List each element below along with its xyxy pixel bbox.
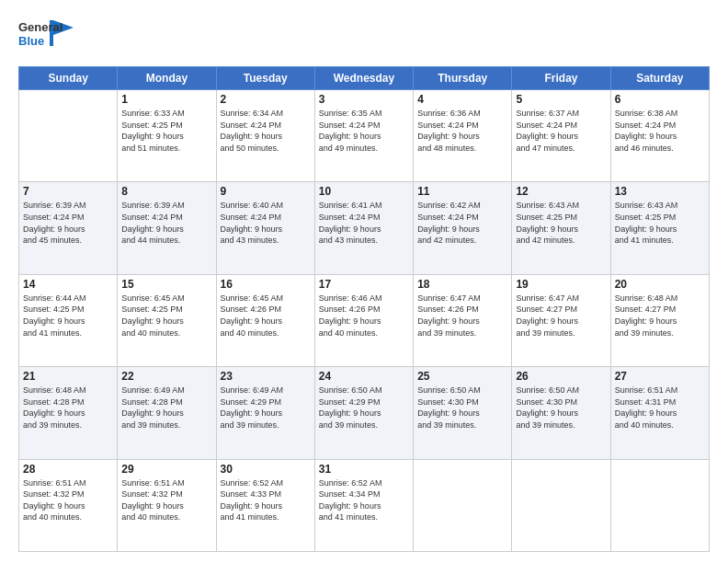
calendar-cell (19, 90, 118, 182)
weekday-header-row: SundayMondayTuesdayWednesdayThursdayFrid… (19, 67, 710, 90)
day-info: Sunrise: 6:51 AM Sunset: 4:32 PM Dayligh… (23, 477, 113, 523)
day-number: 17 (319, 278, 409, 291)
week-row-3: 14Sunrise: 6:44 AM Sunset: 4:25 PM Dayli… (19, 274, 710, 366)
day-number: 5 (516, 93, 606, 106)
day-number: 9 (221, 185, 311, 198)
calendar-cell (414, 459, 512, 551)
calendar-cell: 26Sunrise: 6:50 AM Sunset: 4:30 PM Dayli… (512, 367, 610, 459)
calendar-cell: 18Sunrise: 6:47 AM Sunset: 4:26 PM Dayli… (414, 274, 512, 366)
weekday-header-thursday: Thursday (414, 67, 512, 90)
day-info: Sunrise: 6:45 AM Sunset: 4:25 PM Dayligh… (121, 293, 211, 339)
calendar-cell: 10Sunrise: 6:41 AM Sunset: 4:24 PM Dayli… (314, 182, 413, 274)
day-info: Sunrise: 6:37 AM Sunset: 4:24 PM Dayligh… (516, 108, 606, 154)
calendar-table: SundayMondayTuesdayWednesdayThursdayFrid… (18, 66, 710, 552)
day-info: Sunrise: 6:39 AM Sunset: 4:24 PM Dayligh… (23, 200, 113, 246)
calendar-cell (610, 459, 709, 551)
calendar-cell: 27Sunrise: 6:51 AM Sunset: 4:31 PM Dayli… (610, 367, 709, 459)
day-number: 6 (615, 93, 705, 106)
day-info: Sunrise: 6:43 AM Sunset: 4:25 PM Dayligh… (615, 200, 705, 246)
weekday-header-friday: Friday (512, 67, 610, 90)
calendar-cell: 28Sunrise: 6:51 AM Sunset: 4:32 PM Dayli… (19, 459, 118, 551)
day-number: 15 (121, 278, 211, 291)
calendar-cell: 11Sunrise: 6:42 AM Sunset: 4:24 PM Dayli… (414, 182, 512, 274)
day-info: Sunrise: 6:41 AM Sunset: 4:24 PM Dayligh… (319, 200, 409, 246)
day-number: 31 (319, 463, 409, 476)
calendar-cell: 17Sunrise: 6:46 AM Sunset: 4:26 PM Dayli… (314, 274, 413, 366)
day-info: Sunrise: 6:48 AM Sunset: 4:28 PM Dayligh… (23, 385, 113, 431)
day-info: Sunrise: 6:43 AM Sunset: 4:25 PM Dayligh… (516, 200, 606, 246)
calendar-cell: 2Sunrise: 6:34 AM Sunset: 4:24 PM Daylig… (216, 90, 314, 182)
day-number: 8 (121, 185, 211, 198)
calendar-cell: 20Sunrise: 6:48 AM Sunset: 4:27 PM Dayli… (610, 274, 709, 366)
day-number: 23 (221, 370, 311, 383)
svg-text:Blue: Blue (18, 34, 44, 48)
day-info: Sunrise: 6:52 AM Sunset: 4:34 PM Dayligh… (319, 477, 409, 523)
week-row-2: 7Sunrise: 6:39 AM Sunset: 4:24 PM Daylig… (19, 182, 710, 274)
calendar-cell: 31Sunrise: 6:52 AM Sunset: 4:34 PM Dayli… (314, 459, 413, 551)
weekday-header-wednesday: Wednesday (314, 67, 413, 90)
weekday-header-monday: Monday (118, 67, 216, 90)
day-number: 22 (121, 370, 211, 383)
logo: General Blue (18, 15, 119, 57)
day-info: Sunrise: 6:40 AM Sunset: 4:24 PM Dayligh… (221, 200, 311, 246)
day-number: 3 (319, 93, 409, 106)
day-info: Sunrise: 6:51 AM Sunset: 4:32 PM Dayligh… (121, 477, 211, 523)
calendar-cell: 25Sunrise: 6:50 AM Sunset: 4:30 PM Dayli… (414, 367, 512, 459)
calendar-page: General Blue SundayMondayTuesdayWednesda… (0, 0, 728, 563)
calendar-cell: 5Sunrise: 6:37 AM Sunset: 4:24 PM Daylig… (512, 90, 610, 182)
day-number: 19 (516, 278, 606, 291)
day-info: Sunrise: 6:49 AM Sunset: 4:28 PM Dayligh… (121, 385, 211, 431)
calendar-cell: 23Sunrise: 6:49 AM Sunset: 4:29 PM Dayli… (216, 367, 314, 459)
weekday-header-saturday: Saturday (610, 67, 709, 90)
weekday-header-tuesday: Tuesday (216, 67, 314, 90)
calendar-cell: 15Sunrise: 6:45 AM Sunset: 4:25 PM Dayli… (118, 274, 216, 366)
day-number: 10 (319, 185, 409, 198)
day-info: Sunrise: 6:50 AM Sunset: 4:30 PM Dayligh… (516, 385, 606, 431)
day-info: Sunrise: 6:47 AM Sunset: 4:27 PM Dayligh… (516, 293, 606, 339)
calendar-cell: 12Sunrise: 6:43 AM Sunset: 4:25 PM Dayli… (512, 182, 610, 274)
calendar-cell (512, 459, 610, 551)
day-info: Sunrise: 6:35 AM Sunset: 4:24 PM Dayligh… (319, 108, 409, 154)
day-info: Sunrise: 6:48 AM Sunset: 4:27 PM Dayligh… (615, 293, 705, 339)
day-info: Sunrise: 6:49 AM Sunset: 4:29 PM Dayligh… (221, 385, 311, 431)
day-number: 20 (615, 278, 705, 291)
calendar-cell: 4Sunrise: 6:36 AM Sunset: 4:24 PM Daylig… (414, 90, 512, 182)
day-info: Sunrise: 6:52 AM Sunset: 4:33 PM Dayligh… (221, 477, 311, 523)
day-number: 27 (615, 370, 705, 383)
day-info: Sunrise: 6:51 AM Sunset: 4:31 PM Dayligh… (615, 385, 705, 431)
calendar-cell: 16Sunrise: 6:45 AM Sunset: 4:26 PM Dayli… (216, 274, 314, 366)
day-info: Sunrise: 6:50 AM Sunset: 4:29 PM Dayligh… (319, 385, 409, 431)
calendar-cell: 24Sunrise: 6:50 AM Sunset: 4:29 PM Dayli… (314, 367, 413, 459)
day-number: 12 (516, 185, 606, 198)
day-info: Sunrise: 6:47 AM Sunset: 4:26 PM Dayligh… (417, 293, 507, 339)
calendar-cell: 6Sunrise: 6:38 AM Sunset: 4:24 PM Daylig… (610, 90, 709, 182)
day-number: 7 (23, 185, 113, 198)
header: General Blue (18, 15, 710, 57)
logo-svg: General Blue (18, 15, 119, 53)
calendar-cell: 19Sunrise: 6:47 AM Sunset: 4:27 PM Dayli… (512, 274, 610, 366)
day-info: Sunrise: 6:36 AM Sunset: 4:24 PM Dayligh… (417, 108, 507, 154)
weekday-header-sunday: Sunday (19, 67, 118, 90)
day-number: 26 (516, 370, 606, 383)
day-info: Sunrise: 6:34 AM Sunset: 4:24 PM Dayligh… (221, 108, 311, 154)
calendar-cell: 9Sunrise: 6:40 AM Sunset: 4:24 PM Daylig… (216, 182, 314, 274)
logo-text: General Blue (18, 15, 119, 57)
day-info: Sunrise: 6:46 AM Sunset: 4:26 PM Dayligh… (319, 293, 409, 339)
calendar-cell: 30Sunrise: 6:52 AM Sunset: 4:33 PM Dayli… (216, 459, 314, 551)
day-info: Sunrise: 6:38 AM Sunset: 4:24 PM Dayligh… (615, 108, 705, 154)
calendar-cell: 1Sunrise: 6:33 AM Sunset: 4:25 PM Daylig… (118, 90, 216, 182)
day-number: 28 (23, 463, 113, 476)
day-number: 29 (121, 463, 211, 476)
day-number: 14 (23, 278, 113, 291)
day-number: 24 (319, 370, 409, 383)
day-info: Sunrise: 6:33 AM Sunset: 4:25 PM Dayligh… (121, 108, 211, 154)
week-row-4: 21Sunrise: 6:48 AM Sunset: 4:28 PM Dayli… (19, 367, 710, 459)
day-number: 30 (221, 463, 311, 476)
calendar-cell: 21Sunrise: 6:48 AM Sunset: 4:28 PM Dayli… (19, 367, 118, 459)
day-number: 4 (417, 93, 507, 106)
day-number: 11 (417, 185, 507, 198)
day-number: 13 (615, 185, 705, 198)
week-row-5: 28Sunrise: 6:51 AM Sunset: 4:32 PM Dayli… (19, 459, 710, 551)
calendar-cell: 22Sunrise: 6:49 AM Sunset: 4:28 PM Dayli… (118, 367, 216, 459)
calendar-cell: 13Sunrise: 6:43 AM Sunset: 4:25 PM Dayli… (610, 182, 709, 274)
